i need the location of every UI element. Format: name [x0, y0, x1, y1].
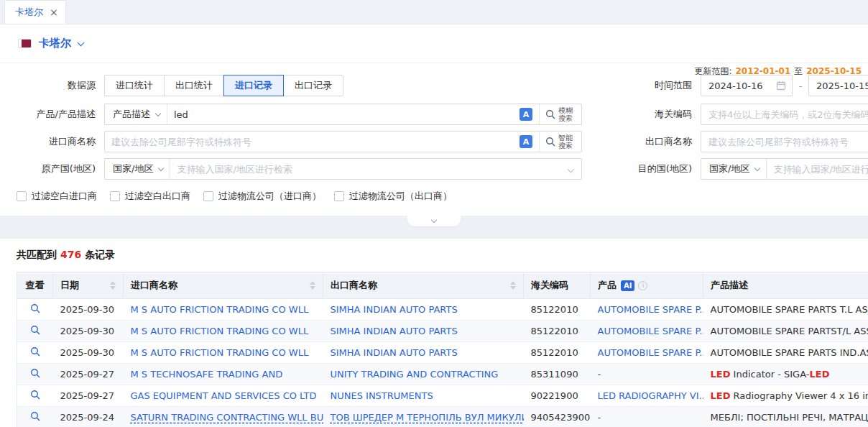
- info-icon[interactable]: i: [638, 281, 647, 290]
- cell-date: 2025-09-30: [53, 342, 124, 364]
- product-link[interactable]: AUTOMOBILE SPARE P...: [598, 304, 703, 315]
- importer-link[interactable]: M S AUTO FRICTION TRADING CO WLL: [131, 347, 309, 358]
- cell-hs-code: 85311090: [524, 364, 591, 385]
- exporter-input[interactable]: [701, 131, 868, 152]
- product-link[interactable]: AUTOMOBILE SPARE P...: [598, 347, 703, 358]
- date-to-input[interactable]: 2025-10-15: [808, 75, 868, 96]
- smart-search-label: 智能搜索: [558, 134, 576, 150]
- product-link[interactable]: AUTOMOBILE SPARE P...: [598, 326, 703, 336]
- checkbox-icon[interactable]: [110, 191, 120, 201]
- cell-description: LED Radiography Viewer 4 x 16 inch: [703, 385, 868, 407]
- product-search-box: 产品描述 A 模糊搜索: [104, 104, 582, 125]
- checkbox-label: 过滤物流公司（出口商）: [349, 190, 452, 203]
- description-text: AUTOMOBILE SPARE PARTS IND.ASS...: [711, 347, 868, 358]
- view-record-button[interactable]: [30, 303, 40, 313]
- page-header: 卡塔尔: [0, 24, 868, 63]
- data-source-option-3[interactable]: 进口记录: [223, 75, 284, 96]
- page-title: 卡塔尔: [39, 37, 71, 50]
- exporter-link[interactable]: SIMHA INDIAN AUTO PARTS: [331, 304, 458, 315]
- collapse-filters-button[interactable]: [407, 216, 461, 226]
- filter-checkbox-2[interactable]: 过滤空白出口商: [110, 190, 190, 203]
- data-source-option-2[interactable]: 出口统计: [164, 75, 224, 96]
- chevron-down-icon[interactable]: [568, 165, 575, 173]
- cell-product: AUTOMOBILE SPARE P...: [591, 299, 703, 321]
- col-header-1: 查看: [17, 272, 53, 299]
- view-record-button[interactable]: [30, 411, 40, 421]
- time-range-group: 时间范围 2024-10-16 - 2025-10-15: [631, 75, 868, 96]
- translate-icon[interactable]: A: [520, 135, 532, 148]
- col-header-2[interactable]: 日期: [53, 272, 124, 299]
- chevron-down-icon: [155, 111, 161, 116]
- view-record-button[interactable]: [30, 325, 40, 335]
- records-table-wrap: 查看日期进口商名称出口商名称海关编码产品AIi产品描述 2025-09-30M …: [17, 272, 868, 427]
- view-record-button[interactable]: [30, 390, 40, 400]
- hs-code-input[interactable]: [701, 104, 868, 125]
- smart-search-button[interactable]: 智能搜索: [539, 132, 581, 152]
- exporter-link[interactable]: SIMHA INDIAN AUTO PARTS: [331, 347, 458, 358]
- product-link[interactable]: LED RADIOGRAPHY VI...: [598, 390, 703, 401]
- importer-label: 进口商名称: [0, 135, 96, 148]
- checkbox-icon[interactable]: [17, 191, 27, 201]
- date-from-input[interactable]: 2024-10-16: [701, 75, 793, 96]
- filter-panel: 更新范围:2012-01-01至2025-10-15 数据源 进口统计出口统计进…: [0, 63, 868, 216]
- origin-search-box: 国家/地区: [104, 158, 582, 180]
- description-text: МЕБЛІ; ПОСТІЛЬНІ РЕЧІ, МАТРАЦИ,...: [711, 412, 868, 423]
- sort-icon[interactable]: [110, 281, 116, 290]
- search-icon: [545, 109, 555, 119]
- origin-input[interactable]: [170, 160, 565, 178]
- table-row: 2025-09-24SATURN TRADING CONTRACTING WLL…: [17, 407, 868, 427]
- cell-hs-code: 9405423900: [524, 407, 591, 427]
- chevron-down-icon[interactable]: [78, 39, 85, 46]
- importer-link[interactable]: SATURN TRADING CONTRACTING WLL BUI...: [131, 412, 323, 423]
- checkbox-icon[interactable]: [334, 191, 344, 201]
- view-icon: [30, 411, 40, 421]
- filter-checkbox-3[interactable]: 过滤物流公司（进口商）: [203, 190, 321, 203]
- data-source-group: 进口统计出口统计进口记录出口记录: [104, 75, 343, 96]
- product-type-select[interactable]: 产品描述: [105, 104, 167, 124]
- importer-link[interactable]: GAS EQUIPMENT AND SERVICES CO LTD: [131, 390, 317, 401]
- filter-checkbox-1[interactable]: 过滤空白进口商: [17, 190, 97, 203]
- filter-checkbox-4[interactable]: 过滤物流公司（出口商）: [334, 190, 452, 203]
- col-header-label: 产品描述: [711, 279, 748, 292]
- cell-date: 2025-09-30: [53, 299, 124, 321]
- fuzzy-search-button[interactable]: 模糊搜索: [539, 104, 581, 124]
- col-header-label: 海关编码: [531, 279, 568, 292]
- data-source-option-1[interactable]: 进口统计: [104, 75, 165, 96]
- checkbox-icon[interactable]: [203, 191, 213, 201]
- destination-type-select[interactable]: 国家/地区: [701, 159, 767, 179]
- view-record-button[interactable]: [30, 368, 40, 378]
- importer-link[interactable]: M S AUTO FRICTION TRADING CO WLL: [131, 326, 309, 336]
- exporter-link[interactable]: UNITY TRADING AND CONTRACTING: [331, 369, 499, 380]
- col-header-3[interactable]: 进口商名称: [124, 272, 323, 299]
- col-header-4[interactable]: 出口商名称: [323, 272, 524, 299]
- cell-description: AUTOMOBILE SPARE PARTST/L ASSY ...: [703, 321, 868, 342]
- filter-row-importer: 进口商名称 A 智能搜索 出口商名称: [0, 131, 868, 152]
- cell-product: LED RADIOGRAPHY VI...: [591, 385, 703, 407]
- translate-icon[interactable]: A: [520, 108, 532, 121]
- cell-hs-code: 90221900: [524, 385, 591, 407]
- sort-icon[interactable]: [310, 281, 315, 290]
- exporter-link[interactable]: NUNES INSTRUMENTS: [331, 390, 433, 401]
- exporter-link[interactable]: SIMHA INDIAN AUTO PARTS: [331, 326, 458, 336]
- checkbox-label: 过滤空白出口商: [125, 190, 190, 203]
- cell-view: [17, 364, 53, 385]
- col-header-label: 查看: [26, 279, 45, 292]
- destination-input[interactable]: [767, 160, 868, 178]
- importer-input[interactable]: [105, 132, 520, 151]
- view-record-button[interactable]: [30, 346, 40, 357]
- origin-type-select[interactable]: 国家/地区: [105, 159, 170, 179]
- importer-link[interactable]: M S TECHNOSAFE TRADING AND: [131, 369, 283, 380]
- description-highlight: LED: [809, 369, 829, 380]
- product-input[interactable]: [167, 105, 520, 124]
- checkbox-label: 过滤物流公司（进口商）: [218, 190, 321, 203]
- cell-hs-code: 85122010: [524, 299, 591, 321]
- importer-link[interactable]: M S AUTO FRICTION TRADING CO WLL: [131, 304, 309, 315]
- close-icon[interactable]: ×: [50, 7, 58, 17]
- cell-description: МЕБЛІ; ПОСТІЛЬНІ РЕЧІ, МАТРАЦИ,...: [703, 407, 868, 427]
- exporter-link[interactable]: ТОВ ШРЕДЕР М ТЕРНОПІЛЬ ВУЛ МИКУЛИ...: [331, 412, 524, 423]
- sort-icon[interactable]: [510, 281, 516, 290]
- data-source-option-4[interactable]: 出口记录: [283, 75, 343, 96]
- col-header-label: 进口商名称: [131, 279, 177, 292]
- cell-importer: M S TECHNOSAFE TRADING AND: [124, 364, 323, 385]
- tab-qatar[interactable]: 卡塔尔 ×: [4, 0, 66, 24]
